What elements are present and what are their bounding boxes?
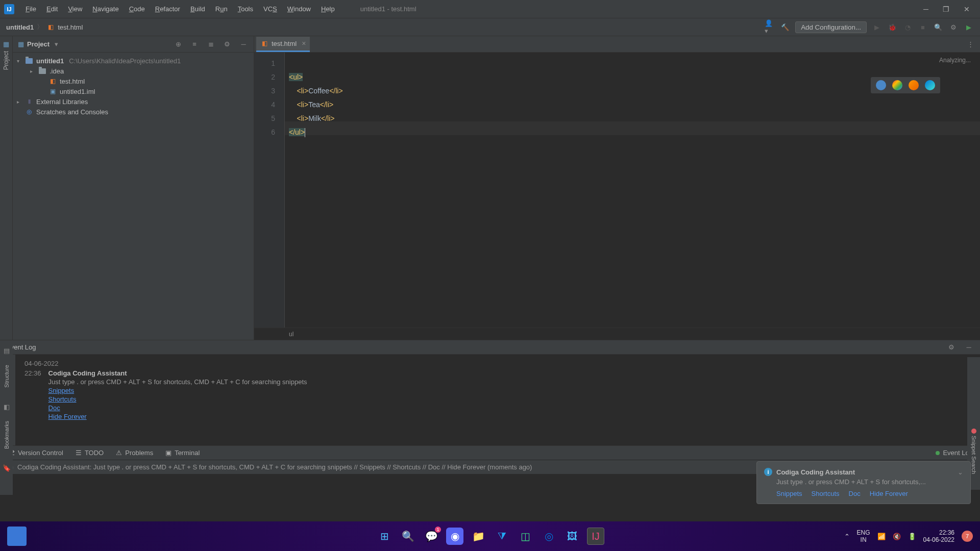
notification-link-hide[interactable]: Hide Forever (870, 490, 908, 497)
structure-icon[interactable]: ▤ (4, 347, 10, 355)
tree-item-iml[interactable]: ▣ untitled1.iml (13, 86, 254, 96)
menu-edit[interactable]: Edit (41, 3, 63, 15)
tree-item-idea[interactable]: ▸ .idea (13, 66, 254, 76)
menu-window[interactable]: Window (282, 3, 316, 15)
bookmarks-tool-tab[interactable]: Bookmarks (4, 419, 10, 451)
expand-all-icon[interactable]: ≡ (189, 39, 200, 49)
menu-tools[interactable]: Tools (233, 3, 258, 15)
menu-code[interactable]: Code (124, 3, 150, 15)
project-tool-icon[interactable]: ▦ (3, 40, 9, 48)
menu-help[interactable]: Help (316, 3, 340, 15)
expand-arrow-icon[interactable]: ▾ (17, 58, 22, 64)
breadcrumb: untitled1 〉 ◧ test.html (6, 22, 83, 32)
chevron-down-icon[interactable]: ▾ (55, 40, 58, 48)
tab-options-icon[interactable]: ⋮ (967, 40, 980, 48)
hammer-build-icon[interactable]: 🔨 (780, 22, 790, 32)
menu-view[interactable]: View (63, 3, 87, 15)
library-icon: ⫴ (25, 97, 33, 106)
tray-wifi-icon[interactable]: 📶 (877, 533, 886, 540)
breadcrumb-project[interactable]: untitled1 (6, 23, 34, 31)
breadcrumb-file[interactable]: test.html (58, 23, 83, 31)
taskbar-vscode-icon[interactable]: ⧩ (493, 528, 510, 545)
menu-build[interactable]: Build (185, 3, 210, 15)
event-time: 22:36 (24, 369, 41, 420)
tray-overflow-icon[interactable]: ⌃ (844, 533, 850, 540)
code-content[interactable]: <ul> <li>Coffee</li> <li>Tea</li> <li>Mi… (285, 53, 980, 328)
intellij-browser-icon[interactable] (876, 80, 886, 90)
taskbar-search-icon[interactable]: 🔍 (399, 528, 416, 545)
bookmarks-icon[interactable]: ◧ (4, 403, 10, 411)
debug-icon[interactable]: 🐞 (887, 22, 897, 32)
add-configuration-button[interactable]: Add Configuration... (795, 21, 867, 33)
start-button[interactable] (7, 527, 27, 546)
tree-item-label: .idea (50, 67, 64, 75)
tray-volume-icon[interactable]: 🔇 (893, 533, 901, 540)
taskbar-android-icon[interactable]: ◫ (517, 528, 534, 545)
minimize-icon[interactable]: ─ (923, 5, 928, 13)
locate-icon[interactable]: ⊕ (173, 39, 183, 49)
tree-item-testhtml[interactable]: ◧ test.html (13, 76, 254, 86)
stop-icon[interactable]: ■ (918, 22, 928, 32)
snippet-search-tab[interactable]: Snippet Search (971, 436, 977, 474)
run-icon[interactable]: ▶ (872, 22, 882, 32)
taskbar-intellij-icon[interactable]: IJ (587, 528, 604, 545)
event-link-hide[interactable]: Hide Forever (48, 413, 971, 420)
terminal-tool[interactable]: ▣ Terminal (165, 449, 200, 457)
hide-panel-icon[interactable]: ─ (964, 342, 974, 353)
notification-link-doc[interactable]: Doc (849, 490, 861, 497)
close-tab-icon[interactable]: × (302, 39, 306, 47)
editor-breadcrumb[interactable]: ul (254, 328, 980, 340)
coverage-icon[interactable]: ◔ (902, 22, 913, 32)
code-editor[interactable]: 1 2 3 4 5 6 <ul> <li>Coffee</li> <li>Tea… (254, 53, 980, 328)
menu-refactor[interactable]: Refactor (150, 3, 185, 15)
taskbar-discord-icon[interactable]: ◉ (446, 528, 463, 545)
settings-gear-icon[interactable]: ⚙ (948, 22, 959, 32)
tray-notification-badge[interactable]: 7 (962, 531, 973, 542)
structure-tool-tab[interactable]: Structure (4, 363, 10, 390)
chrome-browser-icon[interactable] (892, 80, 902, 90)
expand-arrow-icon[interactable]: ▸ (30, 68, 35, 74)
menu-navigate[interactable]: Navigate (87, 3, 124, 15)
tray-battery-icon[interactable]: 🔋 (908, 533, 916, 540)
event-link-shortcuts[interactable]: Shortcuts (48, 395, 971, 403)
event-link-doc[interactable]: Doc (48, 404, 971, 412)
analyzing-status: Analyzing... (939, 57, 971, 64)
menu-vcs[interactable]: VCS (258, 3, 282, 15)
tree-root[interactable]: ▾ untitled1 C:\Users\Khalid\IdeaProjects… (13, 56, 254, 66)
editor-tab-testhtml[interactable]: ◧ test.html × (256, 37, 310, 52)
expand-arrow-icon[interactable]: ▸ (17, 99, 22, 105)
tray-datetime[interactable]: 22:36 04-06-2022 (923, 529, 954, 543)
user-icon[interactable]: 👤▾ (765, 22, 775, 32)
firefox-browser-icon[interactable] (909, 80, 919, 90)
hide-panel-icon[interactable]: ─ (238, 39, 249, 49)
menu-file[interactable]: File (20, 3, 41, 15)
todo-tool[interactable]: ☰ TODO (76, 449, 104, 457)
tree-scratches[interactable]: ▸ ◎ Scratches and Consoles (13, 107, 254, 117)
taskbar-start-icon[interactable]: ⊞ (376, 528, 393, 545)
collapse-notification-icon[interactable]: ⌄ (958, 468, 963, 476)
project-tool-tab[interactable]: Project (2, 48, 11, 73)
bookmark-fill-icon[interactable]: 🔖 (3, 464, 11, 472)
settings-gear-icon[interactable]: ⚙ (946, 342, 957, 353)
code-with-me-icon[interactable]: ▶ (964, 22, 974, 32)
taskbar-edge-icon[interactable]: ◎ (540, 528, 557, 545)
notification-link-snippets[interactable]: Snippets (776, 490, 802, 497)
taskbar-photos-icon[interactable]: 🖼 (564, 528, 581, 545)
edge-browser-icon[interactable] (925, 80, 935, 90)
menu-run[interactable]: Run (210, 3, 233, 15)
search-icon[interactable]: 🔍 (933, 22, 943, 32)
notification-link-shortcuts[interactable]: Shortcuts (812, 490, 840, 497)
version-control-tool[interactable]: ⎇ Version Control (7, 449, 63, 457)
tree-external-libraries[interactable]: ▸ ⫴ External Libraries (13, 96, 254, 107)
event-link-snippets[interactable]: Snippets (48, 387, 971, 394)
collapse-all-icon[interactable]: ≣ (206, 39, 216, 49)
problems-tool[interactable]: ⚠ Problems (116, 449, 153, 457)
taskbar-explorer-icon[interactable]: 📁 (470, 528, 487, 545)
close-icon[interactable]: ✕ (964, 5, 970, 13)
tray-language[interactable]: ENG IN (857, 529, 870, 543)
maximize-icon[interactable]: ❐ (943, 5, 949, 13)
taskbar-chat-icon[interactable]: 💬1 (423, 528, 440, 545)
snippet-search-icon[interactable] (971, 429, 976, 434)
settings-gear-icon[interactable]: ⚙ (222, 39, 232, 49)
project-panel-title[interactable]: Project (27, 40, 50, 48)
